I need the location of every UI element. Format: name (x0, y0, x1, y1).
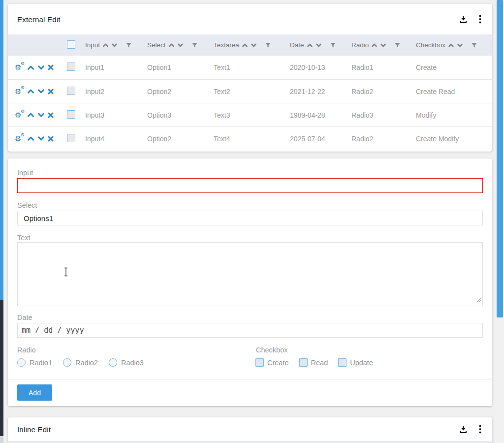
sort-desc-icon[interactable] (177, 43, 184, 48)
move-down-icon[interactable] (37, 136, 45, 141)
filter-icon[interactable] (265, 43, 271, 48)
filter-icon[interactable] (192, 43, 197, 48)
radio-option-label: Radio3 (121, 359, 144, 367)
inline-edit-card: Inline Edit (8, 417, 492, 443)
cell-checkbox: Create (416, 63, 492, 71)
form-checkbox[interactable] (338, 358, 346, 367)
row-actions: ⚙⚙ (8, 134, 59, 143)
cell-date: 1989-04-28 (290, 111, 351, 119)
sort-desc-icon[interactable] (315, 43, 322, 48)
filter-icon[interactable] (395, 43, 400, 48)
select-value: Options1 (24, 214, 53, 222)
delete-x-icon[interactable] (48, 136, 54, 142)
sort-asc-icon[interactable] (448, 43, 454, 48)
cell-input: Input4 (85, 135, 147, 143)
checkbox-group: Create Read Update (255, 358, 373, 367)
kebab-menu-icon[interactable] (474, 14, 485, 25)
external-edit-card-header: External Edit (8, 4, 492, 34)
sort-desc-icon[interactable] (111, 43, 118, 48)
cell-textarea: Text3 (214, 111, 290, 119)
radio-button[interactable] (17, 358, 26, 367)
radio-button[interactable] (109, 358, 117, 367)
add-button[interactable]: Add (17, 384, 52, 401)
table-row: ⚙⚙ Input1 Option1 Text1 2020-10-13 Radio… (8, 56, 492, 79)
sort-desc-icon[interactable] (380, 43, 386, 48)
sort-asc-icon[interactable] (102, 43, 109, 48)
form-checkbox[interactable] (299, 358, 308, 367)
column-header-textarea: Textarea (214, 41, 290, 49)
date-label: Date (17, 314, 32, 321)
sort-asc-icon[interactable] (307, 43, 313, 48)
move-up-icon[interactable] (27, 89, 34, 94)
cell-input: Input2 (85, 88, 147, 95)
table-row: ⚙⚙ Input3 Option3 Text3 1989-04-28 Radio… (8, 103, 492, 127)
sort-asc-icon[interactable] (242, 43, 248, 48)
select-all-checkbox[interactable] (67, 40, 75, 49)
sort-asc-icon[interactable] (168, 43, 175, 48)
filter-icon[interactable] (126, 43, 131, 48)
column-header-date: Date (290, 41, 351, 49)
filter-icon[interactable] (330, 43, 336, 48)
checkbox-option-label: Read (311, 359, 328, 367)
move-down-icon[interactable] (37, 89, 45, 94)
input-field[interactable] (17, 178, 483, 193)
card-title: External Edit (17, 15, 61, 24)
column-header-checkbox: Checkbox (416, 41, 492, 49)
sort-asc-icon[interactable] (371, 43, 378, 48)
radio-option-label: Radio1 (30, 359, 52, 367)
move-up-icon[interactable] (27, 112, 34, 118)
radio-option-label: Radio2 (75, 359, 98, 367)
sort-desc-icon[interactable] (457, 43, 463, 48)
checkbox-option-label: Update (350, 359, 373, 367)
move-up-icon[interactable] (27, 136, 34, 141)
divider (8, 379, 492, 380)
move-up-icon[interactable] (27, 65, 34, 70)
filter-icon[interactable] (472, 43, 477, 48)
settings-cogs-icon[interactable]: ⚙⚙ (15, 87, 24, 96)
move-down-icon[interactable] (37, 112, 45, 118)
delete-x-icon[interactable] (48, 112, 54, 118)
date-field[interactable]: mm / dd / yyyy (17, 323, 483, 338)
sort-desc-icon[interactable] (251, 43, 257, 48)
settings-cogs-icon[interactable]: ⚙⚙ (15, 111, 24, 120)
cell-radio: Radio2 (351, 135, 416, 143)
form-checkbox[interactable] (255, 358, 264, 367)
move-down-icon[interactable] (37, 65, 45, 70)
cell-checkbox: Create Modify (416, 135, 492, 143)
select-field[interactable]: Options1 (17, 211, 483, 225)
textarea-field[interactable] (17, 242, 483, 306)
table-row: ⚙⚙ Input4 Option2 Text4 2025-07-04 Radio… (8, 127, 492, 150)
checkbox-option-label: Create (267, 359, 289, 367)
download-icon[interactable] (458, 14, 469, 25)
text-label: Text (17, 234, 31, 242)
cell-checkbox: Modify (416, 111, 492, 119)
vertical-scrollbar[interactable] (496, 0, 504, 443)
resize-grip-icon[interactable] (476, 296, 481, 305)
row-checkbox[interactable] (67, 63, 75, 71)
cell-select: Option2 (147, 135, 214, 143)
checkbox-group-label: Checkbox (256, 346, 287, 354)
radio-group: Radio1 Radio2 Radio3 (17, 358, 144, 367)
left-strip-gray-segment (0, 436, 3, 443)
cell-radio: Radio3 (351, 111, 416, 119)
delete-x-icon[interactable] (48, 89, 54, 95)
left-strip-dark-segment (0, 300, 3, 436)
row-checkbox[interactable] (67, 87, 75, 95)
delete-x-icon[interactable] (48, 64, 54, 70)
kebab-menu-icon[interactable] (474, 424, 485, 435)
column-header-radio: Radio (351, 41, 416, 49)
cell-radio: Radio2 (351, 88, 416, 95)
card-title: Inline Edit (17, 425, 51, 434)
column-header-input: Input (85, 41, 147, 49)
radio-button[interactable] (63, 358, 71, 367)
scrollbar-thumb[interactable] (497, 0, 503, 317)
cell-select: Option1 (147, 63, 214, 71)
date-placeholder: mm / dd / yyyy (22, 326, 84, 335)
download-icon[interactable] (458, 424, 469, 435)
left-strip-blue-segment (0, 0, 3, 300)
row-checkbox[interactable] (67, 134, 75, 142)
row-checkbox[interactable] (67, 110, 75, 119)
select-all-cell (59, 40, 85, 50)
settings-cogs-icon[interactable]: ⚙⚙ (15, 134, 24, 143)
settings-cogs-icon[interactable]: ⚙⚙ (15, 63, 24, 72)
